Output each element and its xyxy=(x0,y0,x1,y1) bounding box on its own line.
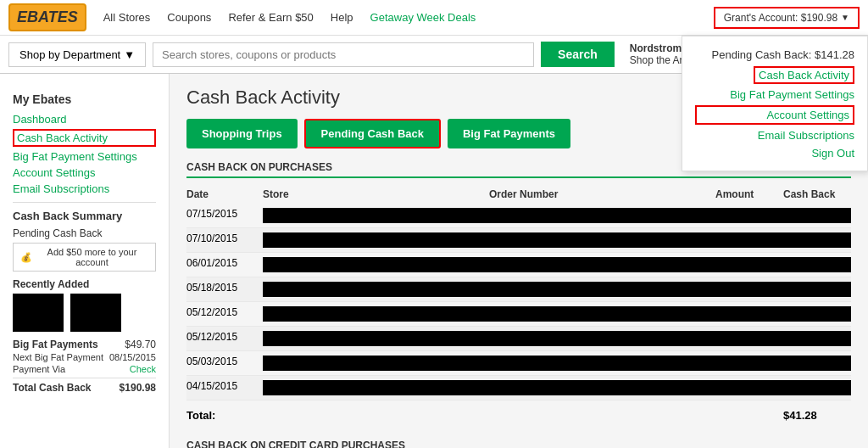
row-date: 07/15/2015 xyxy=(186,208,263,223)
sidebar-item-account-settings[interactable]: Account Settings xyxy=(13,166,156,179)
row-date: 05/03/2015 xyxy=(186,356,263,371)
nav-all-stores[interactable]: All Stores xyxy=(103,11,151,24)
dropdown-pending-cash-back: Pending Cash Back: $141.28 xyxy=(682,45,867,64)
dept-label: Shop by Department xyxy=(19,48,120,61)
table-header: Date Store Order Number Amount Cash Back xyxy=(186,185,851,204)
row-date: 07/10/2015 xyxy=(186,232,263,248)
row-store xyxy=(263,356,489,371)
row-order xyxy=(489,331,715,346)
dropdown-cashback-activity[interactable]: Cash Back Activity xyxy=(682,64,867,86)
table-row: 05/18/2015 xyxy=(186,277,851,302)
sidebar-item-dashboard[interactable]: Dashboard xyxy=(13,113,156,126)
add-fifty-label: Add $50 more to your account xyxy=(36,247,148,267)
row-store xyxy=(263,282,489,297)
row-amount xyxy=(715,282,783,297)
table-row: 05/03/2015 xyxy=(186,351,851,376)
header: EBATES All Stores Coupons Refer & Earn $… xyxy=(0,0,868,36)
table-row: 04/15/2015 xyxy=(186,376,851,400)
nav-getaway[interactable]: Getaway Week Deals xyxy=(370,11,476,24)
next-payment-value: 08/15/2015 xyxy=(109,352,156,362)
total-label: Total: xyxy=(186,409,263,422)
sidebar-item-cash-back-activity[interactable]: Cash Back Activity xyxy=(13,129,156,147)
col-amount: Amount xyxy=(715,188,783,200)
row-cashback xyxy=(783,208,851,223)
row-store xyxy=(263,208,489,223)
row-date: 04/15/2015 xyxy=(186,380,263,395)
row-amount xyxy=(715,306,783,322)
account-dropdown: Pending Cash Back: $141.28 Cash Back Act… xyxy=(682,36,868,171)
dropdown-big-fat-settings[interactable]: Big Fat Payment Settings xyxy=(682,86,867,104)
dept-arrow: ▼ xyxy=(124,48,135,61)
recent-image-1 xyxy=(13,294,64,332)
row-amount xyxy=(715,208,783,223)
nav-coupons[interactable]: Coupons xyxy=(167,11,211,24)
nav-links: All Stores Coupons Refer & Earn $50 Help… xyxy=(103,11,714,24)
row-store xyxy=(263,331,489,346)
cc-section-title: CASH BACK ON CREDIT CARD PURCHASES xyxy=(186,440,851,448)
row-cashback xyxy=(783,282,851,297)
payment-via-label: Payment Via xyxy=(13,364,65,374)
recently-added-label: Recently Added xyxy=(13,278,156,290)
row-date: 05/12/2015 xyxy=(186,331,263,346)
row-cashback xyxy=(783,331,851,346)
row-order xyxy=(489,306,715,322)
row-cashback xyxy=(783,356,851,371)
row-amount xyxy=(715,356,783,371)
dropdown-sign-out[interactable]: Sign Out xyxy=(682,144,867,162)
table-row: 05/12/2015 xyxy=(186,302,851,327)
search-button[interactable]: Search xyxy=(541,42,615,67)
dropdown-email-subscriptions[interactable]: Email Subscriptions xyxy=(682,126,867,144)
tab-big-fat-payments[interactable]: Big Fat Payments xyxy=(448,119,570,148)
row-order xyxy=(489,257,715,272)
row-order xyxy=(489,356,715,371)
col-store: Store xyxy=(263,188,489,200)
col-cashback: Cash Back xyxy=(783,188,851,200)
big-fat-payments-row: Big Fat Payments $49.70 xyxy=(13,339,156,350)
payment-via-row: Payment Via Check xyxy=(13,364,156,374)
recently-added-images xyxy=(13,294,156,332)
table-row: 06/01/2015 xyxy=(186,253,851,277)
next-payment-row: Next Big Fat Payment 08/15/2015 xyxy=(13,352,156,362)
tab-pending-cash-back[interactable]: Pending Cash Back xyxy=(304,119,441,148)
row-amount xyxy=(715,257,783,272)
dropdown-cashback-link[interactable]: Cash Back Activity xyxy=(754,66,854,84)
row-cashback xyxy=(783,257,851,272)
big-fat-label: Big Fat Payments xyxy=(13,339,98,350)
money-bag-icon: 💰 xyxy=(20,252,32,263)
ebates-logo[interactable]: EBATES xyxy=(8,3,86,31)
sidebar-item-big-fat-payment[interactable]: Big Fat Payment Settings xyxy=(13,150,156,163)
add-fifty-button[interactable]: 💰 Add $50 more to your account xyxy=(13,243,156,272)
search-input[interactable] xyxy=(153,42,534,67)
department-button[interactable]: Shop by Department ▼ xyxy=(8,42,146,67)
row-date: 06/01/2015 xyxy=(186,257,263,272)
nav-help[interactable]: Help xyxy=(331,11,353,24)
row-date: 05/18/2015 xyxy=(186,282,263,297)
big-fat-value: $49.70 xyxy=(125,339,156,350)
dropdown-account-settings[interactable]: Account Settings xyxy=(695,105,854,125)
payment-via-value[interactable]: Check xyxy=(130,364,156,374)
row-cashback xyxy=(783,380,851,395)
row-store xyxy=(263,306,489,322)
row-amount xyxy=(715,331,783,346)
row-cashback xyxy=(783,306,851,322)
col-date: Date xyxy=(186,188,263,200)
row-store xyxy=(263,257,489,272)
row-order xyxy=(489,282,715,297)
row-store xyxy=(263,380,489,395)
pending-cash-back-label: Pending Cash Back xyxy=(13,227,156,239)
nav-refer[interactable]: Refer & Earn $50 xyxy=(228,11,313,24)
col-order: Order Number xyxy=(489,188,715,200)
row-amount xyxy=(715,380,783,395)
cash-back-summary-title: Cash Back Summary xyxy=(13,210,156,222)
total-cash-back-label: Total Cash Back xyxy=(13,382,91,394)
tab-shopping-trips[interactable]: Shopping Trips xyxy=(186,119,298,148)
next-payment-label: Next Big Fat Payment xyxy=(13,352,103,362)
row-cashback xyxy=(783,232,851,248)
total-row: Total: $41.28 xyxy=(186,404,851,427)
sidebar-item-email-subscriptions[interactable]: Email Subscriptions xyxy=(13,182,156,195)
account-arrow: ▼ xyxy=(841,13,849,22)
total-cash-back-value: $190.98 xyxy=(120,382,156,394)
row-order xyxy=(489,232,715,248)
table-row: 05/12/2015 xyxy=(186,327,851,351)
account-button[interactable]: Grant's Account: $190.98 ▼ xyxy=(714,7,860,29)
